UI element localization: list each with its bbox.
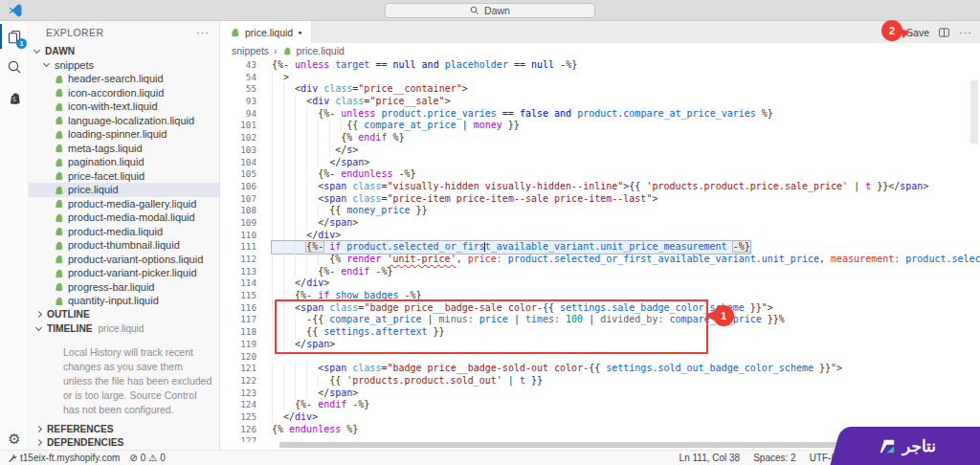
vertical-scrollbar[interactable] [970, 80, 978, 144]
file-item-product-media-gallery-liquid[interactable]: product-media-gallery.liquid [29, 197, 219, 211]
editor-group: price.liquid ● Save ··· snippets › price… [220, 21, 980, 450]
file-item-price-facet-liquid[interactable]: price-facet.liquid [29, 169, 219, 184]
tab-price-liquid[interactable]: price.liquid ● [220, 21, 312, 43]
tree-folder-snippets[interactable]: snippets [29, 58, 219, 73]
code-line-105[interactable]: 105{%- endunless -%} [220, 168, 980, 181]
file-label: progress-bar.liquid [68, 281, 155, 293]
file-item-loading-spinner-liquid[interactable]: loading-spinner.liquid [29, 127, 219, 142]
file-item-header-search-liquid[interactable]: header-search.liquid [29, 72, 219, 86]
annotation-highlight-box [275, 299, 708, 354]
problems-indicator[interactable]: ⊘ 0 ⚠ 0 [129, 453, 165, 463]
code-line-54[interactable]: 54> [220, 72, 980, 84]
command-center-search[interactable]: Dawn [385, 3, 595, 18]
liquid-file-icon [54, 268, 64, 278]
line-number: 117 [228, 314, 272, 326]
warning-count: 0 [160, 453, 166, 463]
code-line-125[interactable]: 125</div> [220, 411, 980, 424]
code-line-113[interactable]: 113{%- endif -%} [220, 266, 980, 278]
code-line-114[interactable]: 114</div> [220, 277, 980, 290]
code-line-112[interactable]: 112{% render 'unit-price', price: produc… [220, 254, 980, 266]
file-item-meta-tags-liquid[interactable]: meta-tags.liquid [29, 142, 219, 156]
file-item-icon-accordion-liquid[interactable]: icon-accordion.liquid [29, 86, 219, 100]
line-number: 121 [228, 363, 272, 375]
file-item-icon-with-text-liquid[interactable]: icon-with-text.liquid [29, 100, 219, 114]
file-label: product-media-gallery.liquid [68, 198, 196, 210]
timeline-empty-message: Local History will track recent changes … [63, 345, 212, 417]
explorer-more-actions[interactable]: ··· [196, 27, 210, 38]
error-count: 0 [141, 453, 146, 463]
remote-store-indicator[interactable]: t15eix-ft.myshopify.com [8, 453, 120, 463]
code-line-101[interactable]: 101{{ compare_at_price | money }} [220, 120, 980, 132]
code-line-111[interactable]: 111{%- if product.selected_or_first_avai… [220, 241, 980, 254]
line-number: 94 [228, 108, 272, 121]
tab-bar: price.liquid ● Save ··· [220, 21, 980, 43]
code-line-107[interactable]: 107<span class="price-item price-item--s… [220, 193, 980, 206]
explorer-title: EXPLORER [46, 27, 103, 38]
file-item-quantity-input-liquid[interactable]: quantity-input.liquid [29, 294, 219, 308]
line-number: 55 [228, 83, 272, 96]
code-line-124[interactable]: 124{%- endif -%} [220, 399, 980, 411]
code-line-55[interactable]: 55<div class="price__container"> [220, 83, 980, 96]
code-line-109[interactable]: 109</span> [220, 217, 980, 230]
code-line-102[interactable]: 102{% endif %} [220, 132, 980, 144]
explorer-activity-icon[interactable]: 1 [0, 21, 29, 52]
line-number: 43 [228, 59, 272, 72]
section-references[interactable]: REFERENCES [29, 422, 219, 436]
code-line-108[interactable]: 108{{ money_price }} [220, 205, 980, 217]
breadcrumb-file[interactable]: price.liquid [297, 45, 345, 56]
line-number: 119 [228, 339, 272, 351]
file-item-language-localization-liquid[interactable]: language-localization.liquid [29, 114, 219, 128]
code-line-103[interactable]: 103</s> [220, 144, 980, 157]
line-number: 125 [228, 411, 272, 424]
cursor-position[interactable]: Ln 111, Col 38 [679, 453, 741, 463]
liquid-file-icon [54, 170, 64, 181]
code-line-93[interactable]: 93<div class="price__sale"> [220, 96, 980, 108]
timeline-file-label: price.liquid [99, 323, 145, 334]
section-timeline[interactable]: TIMELINE price.liquid [29, 321, 219, 336]
line-number: 93 [228, 96, 272, 108]
section-dependencies[interactable]: DEPENDENCIES [29, 436, 219, 451]
file-item-product-media-modal-liquid[interactable]: product-media-modal.liquid [29, 210, 219, 225]
code-area[interactable]: 43{%- unless target == null and placehol… [220, 59, 980, 442]
liquid-file-icon [282, 46, 292, 55]
chevron-right-icon [35, 311, 42, 318]
file-item-progress-bar-liquid[interactable]: progress-bar.liquid [29, 280, 219, 295]
shopify-activity-icon[interactable]: S [0, 82, 29, 113]
search-activity-icon[interactable] [0, 52, 29, 82]
file-label: icon-with-text.liquid [68, 100, 158, 112]
section-outline[interactable]: OUTLINE [29, 308, 219, 322]
file-item-product-media-liquid[interactable]: product-media.liquid [29, 225, 219, 239]
code-line-94[interactable]: 94{%- unless product.price_varies == fal… [220, 108, 980, 121]
file-item-product-thumbnail-liquid[interactable]: product-thumbnail.liquid [29, 238, 219, 253]
indentation-setting[interactable]: Spaces: 2 [753, 453, 795, 463]
code-line-121[interactable]: 121<span class="badge price__badge-sold-… [220, 363, 980, 375]
annotation-badge-1: 1 [713, 305, 734, 326]
settings-gear-icon[interactable]: ⚙ [8, 432, 20, 446]
modified-dot-icon[interactable]: ● [298, 29, 301, 35]
file-label: icon-accordion.liquid [68, 87, 164, 99]
file-item-price-liquid[interactable]: price.liquid [29, 183, 219, 197]
file-item-product-variant-picker-liquid[interactable]: product-variant-picker.liquid [29, 266, 219, 280]
line-number: 116 [228, 302, 272, 315]
code-line-106[interactable]: 106<span class="visually-hidden visually… [220, 181, 980, 193]
editor-more-actions[interactable]: ··· [959, 27, 972, 38]
split-editor-icon[interactable] [938, 27, 950, 38]
wrench-icon [8, 454, 17, 463]
folder-label: snippets [55, 59, 94, 71]
breadcrumb-folder[interactable]: snippets [232, 45, 269, 56]
code-line-123[interactable]: 123</span> [220, 388, 980, 400]
title-bar: Dawn [0, 0, 980, 21]
timeline-label: TIMELINE [47, 323, 93, 334]
line-number: 120 [228, 351, 272, 364]
file-label: meta-tags.liquid [68, 143, 143, 154]
file-item-pagination-liquid[interactable]: pagination.liquid [29, 155, 219, 169]
code-line-104[interactable]: 104</span> [220, 157, 980, 169]
line-number: 126 [228, 424, 272, 436]
file-item-product-variant-options-liquid[interactable]: product-variant-options.liquid [29, 253, 219, 267]
tree-root-dawn[interactable]: DAWN [29, 44, 219, 58]
liquid-file-icon [54, 129, 64, 140]
code-line-122[interactable]: 122{{ 'products.product.sold_out' | t }} [220, 375, 980, 388]
code-line-110[interactable]: 110</div> [220, 230, 980, 242]
code-line-43[interactable]: 43{%- unless target == null and placehol… [220, 59, 980, 72]
annotation-1-pointer [705, 311, 714, 321]
